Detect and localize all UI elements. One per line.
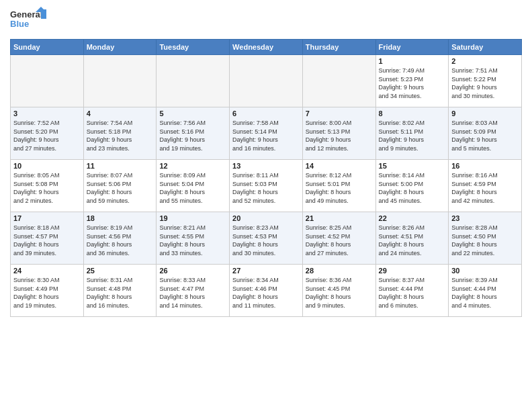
weekday-header-row: SundayMondayTuesdayWednesdayThursdayFrid… [11, 40, 522, 55]
day-number: 27 [232, 267, 300, 275]
day-number: 17 [13, 214, 81, 222]
calendar-cell [302, 55, 375, 107]
weekday-header-monday: Monday [83, 40, 157, 55]
calendar-cell: 23Sunrise: 8:28 AM Sunset: 4:50 PM Dayli… [449, 212, 522, 265]
calendar-cell [83, 55, 157, 107]
calendar-cell: 16Sunrise: 8:16 AM Sunset: 4:59 PM Dayli… [449, 160, 522, 212]
calendar-cell: 20Sunrise: 8:23 AM Sunset: 4:53 PM Dayli… [230, 212, 303, 265]
day-number: 11 [87, 162, 154, 170]
day-info: Sunrise: 7:52 AM Sunset: 5:20 PM Dayligh… [13, 119, 81, 152]
weekday-header-wednesday: Wednesday [230, 40, 303, 55]
day-number: 4 [87, 109, 154, 118]
calendar-cell: 11Sunrise: 8:07 AM Sunset: 5:06 PM Dayli… [83, 160, 157, 212]
page: General Blue SundayMondayTuesdayWednesda… [0, 0, 532, 411]
day-number: 8 [379, 109, 446, 118]
day-info: Sunrise: 8:34 AM Sunset: 4:46 PM Dayligh… [232, 276, 300, 310]
calendar-cell: 5Sunrise: 7:56 AM Sunset: 5:16 PM Daylig… [157, 107, 230, 160]
calendar-table: SundayMondayTuesdayWednesdayThursdayFrid… [10, 39, 522, 317]
calendar-body: 1Sunrise: 7:49 AM Sunset: 5:23 PM Daylig… [11, 55, 522, 317]
day-number: 1 [379, 57, 446, 65]
weekday-header-tuesday: Tuesday [157, 40, 230, 55]
day-number: 30 [451, 267, 519, 275]
day-number: 25 [87, 267, 154, 275]
calendar-cell: 9Sunrise: 8:03 AM Sunset: 5:09 PM Daylig… [449, 107, 522, 160]
calendar-cell: 24Sunrise: 8:30 AM Sunset: 4:49 PM Dayli… [11, 265, 84, 317]
calendar-cell: 2Sunrise: 7:51 AM Sunset: 5:22 PM Daylig… [449, 55, 522, 107]
day-number: 13 [232, 162, 300, 170]
weekday-header-thursday: Thursday [302, 40, 375, 55]
day-info: Sunrise: 8:36 AM Sunset: 4:45 PM Dayligh… [306, 276, 373, 310]
calendar-cell: 15Sunrise: 8:14 AM Sunset: 5:00 PM Dayli… [375, 160, 449, 212]
calendar-cell: 27Sunrise: 8:34 AM Sunset: 4:46 PM Dayli… [230, 265, 303, 317]
day-number: 23 [451, 214, 519, 222]
svg-text:Blue: Blue [10, 19, 29, 29]
day-info: Sunrise: 7:54 AM Sunset: 5:18 PM Dayligh… [87, 119, 154, 152]
day-info: Sunrise: 8:11 AM Sunset: 5:03 PM Dayligh… [232, 171, 300, 205]
calendar-header: SundayMondayTuesdayWednesdayThursdayFrid… [11, 40, 522, 55]
day-info: Sunrise: 7:49 AM Sunset: 5:23 PM Dayligh… [379, 66, 446, 100]
day-info: Sunrise: 8:39 AM Sunset: 4:44 PM Dayligh… [451, 276, 519, 310]
header: General Blue [10, 7, 522, 34]
calendar-cell: 3Sunrise: 7:52 AM Sunset: 5:20 PM Daylig… [11, 107, 84, 160]
logo: General Blue [10, 7, 47, 34]
day-info: Sunrise: 7:51 AM Sunset: 5:22 PM Dayligh… [451, 66, 519, 100]
day-number: 24 [13, 267, 81, 275]
calendar-cell: 10Sunrise: 8:05 AM Sunset: 5:08 PM Dayli… [11, 160, 84, 212]
week-row-5: 24Sunrise: 8:30 AM Sunset: 4:49 PM Dayli… [11, 265, 522, 317]
day-number: 15 [379, 162, 446, 170]
day-info: Sunrise: 8:25 AM Sunset: 4:52 PM Dayligh… [306, 224, 373, 257]
calendar-cell [230, 55, 303, 107]
day-info: Sunrise: 8:33 AM Sunset: 4:47 PM Dayligh… [159, 276, 226, 310]
day-number: 22 [379, 214, 446, 222]
weekday-header-friday: Friday [375, 40, 449, 55]
calendar-cell: 18Sunrise: 8:19 AM Sunset: 4:56 PM Dayli… [83, 212, 157, 265]
calendar-cell: 21Sunrise: 8:25 AM Sunset: 4:52 PM Dayli… [302, 212, 375, 265]
calendar-cell: 1Sunrise: 7:49 AM Sunset: 5:23 PM Daylig… [375, 55, 449, 107]
day-number: 9 [451, 109, 519, 118]
day-number: 21 [306, 214, 373, 222]
day-info: Sunrise: 8:21 AM Sunset: 4:55 PM Dayligh… [159, 224, 226, 257]
day-number: 10 [13, 162, 81, 170]
day-number: 2 [451, 57, 519, 65]
day-info: Sunrise: 8:02 AM Sunset: 5:11 PM Dayligh… [379, 119, 446, 152]
day-info: Sunrise: 8:07 AM Sunset: 5:06 PM Dayligh… [87, 171, 154, 205]
day-info: Sunrise: 8:30 AM Sunset: 4:49 PM Dayligh… [13, 276, 81, 310]
day-info: Sunrise: 8:37 AM Sunset: 4:44 PM Dayligh… [379, 276, 446, 310]
day-number: 14 [306, 162, 373, 170]
day-info: Sunrise: 8:31 AM Sunset: 4:48 PM Dayligh… [87, 276, 154, 310]
day-info: Sunrise: 8:28 AM Sunset: 4:50 PM Dayligh… [451, 224, 519, 257]
calendar-cell: 19Sunrise: 8:21 AM Sunset: 4:55 PM Dayli… [157, 212, 230, 265]
day-number: 5 [159, 109, 226, 118]
calendar-cell: 26Sunrise: 8:33 AM Sunset: 4:47 PM Dayli… [157, 265, 230, 317]
day-info: Sunrise: 8:19 AM Sunset: 4:56 PM Dayligh… [87, 224, 154, 257]
calendar-cell: 17Sunrise: 8:18 AM Sunset: 4:57 PM Dayli… [11, 212, 84, 265]
day-number: 19 [159, 214, 226, 222]
day-number: 29 [379, 267, 446, 275]
calendar-cell: 14Sunrise: 8:12 AM Sunset: 5:01 PM Dayli… [302, 160, 375, 212]
calendar-cell: 12Sunrise: 8:09 AM Sunset: 5:04 PM Dayli… [157, 160, 230, 212]
day-info: Sunrise: 8:00 AM Sunset: 5:13 PM Dayligh… [306, 119, 373, 152]
day-info: Sunrise: 8:09 AM Sunset: 5:04 PM Dayligh… [159, 171, 226, 205]
calendar-cell: 7Sunrise: 8:00 AM Sunset: 5:13 PM Daylig… [302, 107, 375, 160]
day-number: 26 [159, 267, 226, 275]
calendar-cell: 30Sunrise: 8:39 AM Sunset: 4:44 PM Dayli… [449, 265, 522, 317]
calendar-cell: 4Sunrise: 7:54 AM Sunset: 5:18 PM Daylig… [83, 107, 157, 160]
day-number: 7 [306, 109, 373, 118]
week-row-3: 10Sunrise: 8:05 AM Sunset: 5:08 PM Dayli… [11, 160, 522, 212]
calendar-cell: 6Sunrise: 7:58 AM Sunset: 5:14 PM Daylig… [230, 107, 303, 160]
calendar-cell: 25Sunrise: 8:31 AM Sunset: 4:48 PM Dayli… [83, 265, 157, 317]
calendar-cell [11, 55, 84, 107]
day-info: Sunrise: 8:14 AM Sunset: 5:00 PM Dayligh… [379, 171, 446, 205]
day-number: 28 [306, 267, 373, 275]
calendar-cell: 8Sunrise: 8:02 AM Sunset: 5:11 PM Daylig… [375, 107, 449, 160]
day-number: 6 [232, 109, 300, 118]
week-row-4: 17Sunrise: 8:18 AM Sunset: 4:57 PM Dayli… [11, 212, 522, 265]
week-row-1: 1Sunrise: 7:49 AM Sunset: 5:23 PM Daylig… [11, 55, 522, 107]
day-number: 12 [159, 162, 226, 170]
day-info: Sunrise: 8:23 AM Sunset: 4:53 PM Dayligh… [232, 224, 300, 257]
calendar-cell [157, 55, 230, 107]
day-number: 16 [451, 162, 519, 170]
day-number: 3 [13, 109, 81, 118]
day-number: 18 [87, 214, 154, 222]
day-info: Sunrise: 8:18 AM Sunset: 4:57 PM Dayligh… [13, 224, 81, 257]
